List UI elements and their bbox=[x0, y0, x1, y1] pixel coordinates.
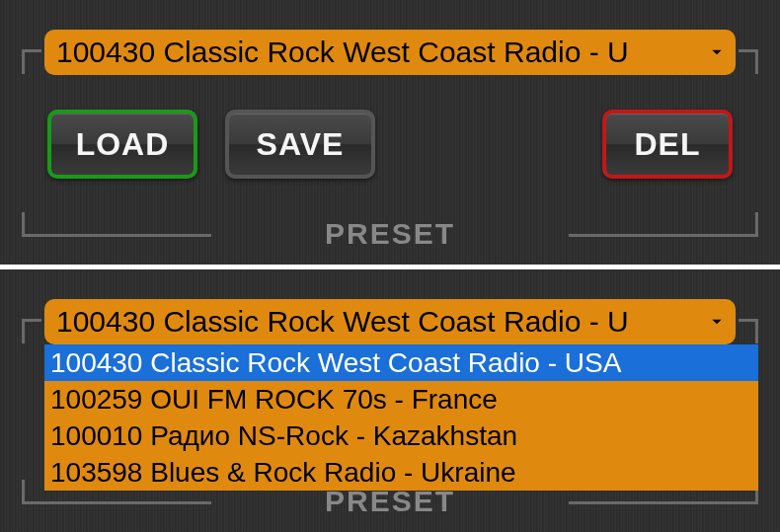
bracket-corner bbox=[22, 212, 211, 237]
section-label: PRESET bbox=[325, 217, 455, 251]
preset-panel-open: 100430 Classic Rock West Coast Radio - U… bbox=[0, 269, 780, 532]
preset-dropdown-label: 100430 Classic Rock West Coast Radio - U bbox=[56, 36, 704, 69]
delete-button[interactable]: DEL bbox=[602, 110, 733, 179]
bracket-corner bbox=[22, 319, 41, 343]
chevron-down-icon bbox=[710, 315, 724, 329]
preset-option[interactable]: 100010 Радио NS-Rock - Kazakhstan bbox=[44, 418, 758, 454]
bracket-corner bbox=[739, 319, 758, 343]
preset-option[interactable]: 100430 Classic Rock West Coast Radio - U… bbox=[44, 344, 758, 381]
load-button[interactable]: LOAD bbox=[47, 110, 197, 179]
save-button[interactable]: SAVE bbox=[225, 110, 375, 179]
preset-option[interactable]: 100259 OUI FM ROCK 70s - France bbox=[44, 381, 758, 418]
bracket-corner bbox=[569, 212, 758, 237]
chevron-down-icon bbox=[710, 45, 724, 59]
preset-dropdown[interactable]: 100430 Classic Rock West Coast Radio - U bbox=[44, 30, 736, 75]
preset-panel-closed: 100430 Classic Rock West Coast Radio - U… bbox=[0, 0, 780, 265]
bracket-corner bbox=[739, 49, 758, 74]
preset-dropdown-list: 100430 Classic Rock West Coast Radio - U… bbox=[44, 344, 758, 491]
bracket-corner bbox=[22, 49, 41, 74]
preset-option[interactable]: 103598 Blues & Rock Radio - Ukraine bbox=[44, 454, 758, 491]
preset-dropdown[interactable]: 100430 Classic Rock West Coast Radio - U bbox=[44, 299, 736, 344]
preset-buttons: LOAD SAVE DEL bbox=[44, 110, 736, 179]
preset-dropdown-label: 100430 Classic Rock West Coast Radio - U bbox=[56, 305, 704, 339]
